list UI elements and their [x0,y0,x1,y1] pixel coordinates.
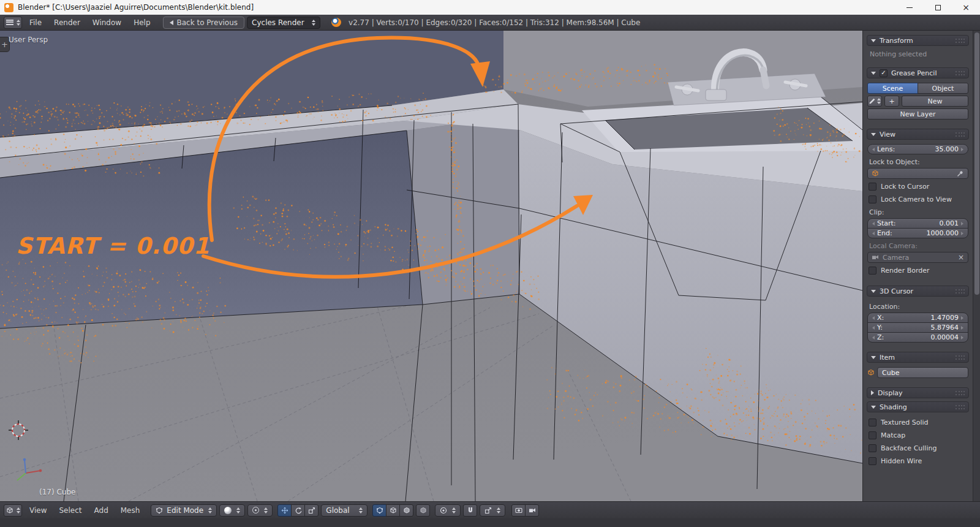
panel-header-view[interactable]: View [867,129,969,140]
checkbox[interactable] [869,431,876,439]
menu-help[interactable]: Help [129,17,155,29]
menu-select[interactable]: Select [54,504,86,517]
menu-mesh[interactable]: Mesh [116,504,145,517]
mode-select[interactable]: Edit Mode [151,504,217,517]
menu-add[interactable]: Add [89,504,113,517]
lock-camera-checkbox[interactable]: Lock Camera to View [869,194,967,205]
minimize-button[interactable] [895,0,924,15]
panel-header-display[interactable]: Display [867,387,969,398]
checkbox[interactable] [869,195,876,203]
increment-icon[interactable] [961,336,963,339]
gp-add-button[interactable]: + [884,96,899,107]
snap-element-select[interactable] [480,504,505,517]
opengl-render-anim-button[interactable] [525,504,539,517]
panel-header-transform[interactable]: Transform [867,35,969,46]
collapse-arrow-icon [871,72,876,75]
location-label: Location: [869,303,967,311]
editor-type-button-info[interactable] [4,17,22,29]
decrement-icon[interactable] [872,222,875,226]
render-border-checkbox[interactable]: Render Border [869,265,967,276]
item-name-value: Cube [882,369,899,377]
hidden-wire-checkbox[interactable]: Hidden Wire [869,456,967,466]
decrement-icon[interactable] [872,232,875,235]
item-name-field[interactable]: Cube [877,367,968,378]
clip-start-field[interactable]: Start: 0.001 [867,218,968,229]
menu-file[interactable]: File [24,17,47,29]
snap-toggle-button[interactable] [463,504,477,517]
checkbox[interactable] [869,419,876,427]
menu-render[interactable]: Render [49,17,85,29]
gp-object-tab[interactable]: Object [918,83,968,94]
clip-end-field[interactable]: End: 1000.000 [867,228,968,238]
panel-header-shading[interactable]: Shading [867,401,969,412]
pivot-center-select[interactable] [247,504,273,517]
backface-culling-checkbox[interactable]: Backface Culling [869,443,967,453]
cursor-z-field[interactable]: Z: 0.00004 [867,332,968,343]
menu-view[interactable]: View [24,504,51,517]
gp-object-tab-label: Object [932,85,954,93]
checkbox[interactable] [869,267,876,275]
cursor-x-field[interactable]: X: 1.47009 [867,313,968,323]
increment-icon[interactable] [961,316,963,320]
maximize-button[interactable] [924,0,952,15]
scrollbar-thumb[interactable] [974,32,979,295]
checkbox[interactable] [869,183,876,191]
render-engine-select[interactable]: Cycles Render [247,17,320,29]
clear-icon[interactable]: × [958,254,964,261]
increment-icon[interactable] [961,326,963,330]
increment-icon[interactable] [961,148,963,151]
select-mode-face-button[interactable] [399,504,413,517]
textured-solid-checkbox[interactable]: Textured Solid [869,417,967,428]
gp-new-layer-button[interactable]: New Layer [867,108,968,119]
transform-orientation-select[interactable]: Global [321,504,368,517]
menu-window[interactable]: Window [88,17,126,29]
cursor-y-field[interactable]: Y: 5.87964 [867,322,968,333]
decrement-icon[interactable] [872,316,875,320]
render-still-icon [515,507,522,514]
decrement-icon[interactable] [872,326,875,330]
manipulator-rotate-button[interactable] [291,504,305,517]
checkbox[interactable] [869,457,876,465]
3d-viewport[interactable]: + User Persp START = 0.001 (17) Cube [0,31,862,501]
lock-to-object-field[interactable] [867,168,968,179]
opengl-render-image-button[interactable] [511,504,526,517]
info-header-bar: File Render Window Help Back to Previous… [0,15,980,31]
lens-slider[interactable]: Lens: 35.000 [867,144,968,154]
gp-draw-button[interactable] [867,96,882,107]
lock-to-cursor-checkbox[interactable]: Lock to Cursor [869,181,967,192]
panel-grip-icon [956,132,965,137]
proportional-edit-select[interactable] [435,504,461,517]
gp-new-button[interactable]: New [902,96,968,107]
matcap-label: Matcap [881,431,905,439]
decrement-icon[interactable] [872,148,875,151]
rotate-manipulator-icon [295,507,302,514]
sidebar-scrollbar[interactable] [973,31,980,501]
panel-header-3d-cursor[interactable]: 3D Cursor [867,286,969,297]
limit-to-visible-button[interactable] [416,504,430,517]
panel-header-grease-pencil[interactable]: ✓ Grease Pencil [867,67,969,78]
gp-new-layer-label: New Layer [900,110,935,118]
panel-grip-icon [956,289,965,294]
local-camera-field[interactable]: Camera × [867,252,968,263]
panel-title-view: View [880,131,895,138]
occlude-geometry-icon [420,507,427,514]
select-mode-edge-button[interactable] [386,504,400,517]
increment-icon[interactable] [961,222,963,226]
panel-header-item[interactable]: Item [867,352,969,363]
close-button[interactable]: × [952,0,980,15]
grease-pencil-checkbox[interactable]: ✓ [880,69,888,77]
eyedropper-icon[interactable] [957,170,964,177]
decrement-icon[interactable] [872,336,875,339]
checkbox[interactable] [869,444,876,452]
matcap-checkbox[interactable]: Matcap [869,430,967,441]
manipulator-translate-button[interactable] [277,504,292,517]
manipulator-scale-button[interactable] [304,504,318,517]
select-mode-vertex-button[interactable] [372,504,386,517]
gp-scene-tab[interactable]: Scene [867,83,918,94]
increment-icon[interactable] [961,232,963,235]
viewport-shading-select[interactable] [219,504,245,517]
lens-value: 35.000 [935,145,959,153]
editor-type-button-3dview[interactable] [4,504,22,517]
back-to-previous-button[interactable]: Back to Previous [163,17,245,29]
pencil-icon [869,97,876,105]
